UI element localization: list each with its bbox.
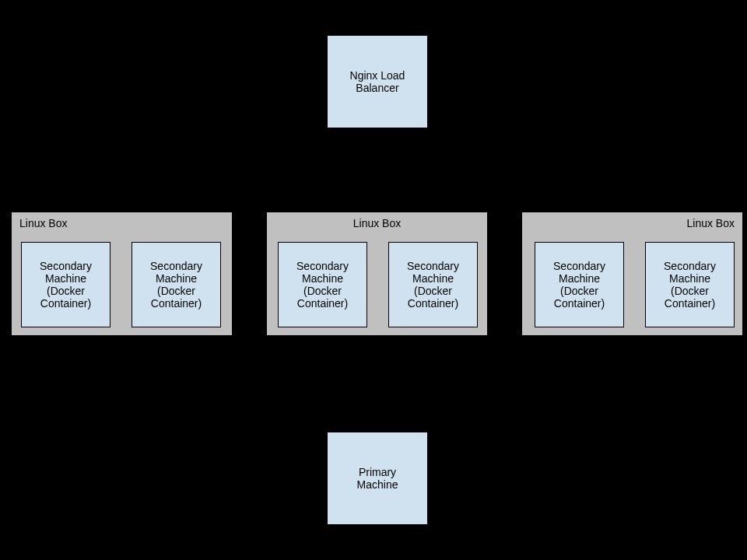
svg-line-9 bbox=[374, 327, 432, 432]
svg-line-11 bbox=[374, 327, 689, 432]
secondary-box-1-2: Secondary Machine (Docker Container) bbox=[132, 242, 221, 327]
secondary-box-2-2: Secondary Machine (Docker Container) bbox=[388, 242, 478, 327]
nginx-label: Nginx Load Balancer bbox=[350, 69, 405, 94]
svg-line-7 bbox=[175, 327, 374, 432]
svg-line-10 bbox=[374, 327, 580, 432]
linux-box-3-label: Linux Box bbox=[687, 217, 735, 229]
linux-box-2-label: Linux Box bbox=[353, 217, 401, 229]
secondary-label: Secondary Machine (Docker Container) bbox=[407, 260, 459, 310]
svg-line-8 bbox=[323, 327, 374, 432]
linux-box-2: Linux Box Secondary Machine (Docker Cont… bbox=[266, 212, 488, 336]
primary-label: Primary Machine bbox=[357, 466, 398, 491]
primary-machine-box: Primary Machine bbox=[327, 432, 428, 525]
secondary-label: Secondary Machine (Docker Container) bbox=[40, 260, 92, 310]
linux-box-3: Linux Box Secondary Machine (Docker Cont… bbox=[521, 212, 743, 336]
secondary-box-3-2: Secondary Machine (Docker Container) bbox=[645, 242, 735, 327]
nginx-load-balancer-box: Nginx Load Balancer bbox=[327, 35, 428, 128]
secondary-box-2-1: Secondary Machine (Docker Container) bbox=[278, 242, 367, 327]
svg-line-6 bbox=[66, 327, 374, 432]
linux-box-1-label: Linux Box bbox=[19, 217, 67, 229]
secondary-label: Secondary Machine (Docker Container) bbox=[664, 260, 716, 310]
secondary-label: Secondary Machine (Docker Container) bbox=[150, 260, 202, 310]
secondary-label: Secondary Machine (Docker Container) bbox=[296, 260, 349, 310]
linux-box-1: Linux Box Secondary Machine (Docker Cont… bbox=[11, 212, 233, 336]
secondary-box-3-1: Secondary Machine (Docker Container) bbox=[535, 242, 624, 327]
secondary-label: Secondary Machine (Docker Container) bbox=[553, 260, 605, 310]
secondary-box-1-1: Secondary Machine (Docker Container) bbox=[21, 242, 110, 327]
